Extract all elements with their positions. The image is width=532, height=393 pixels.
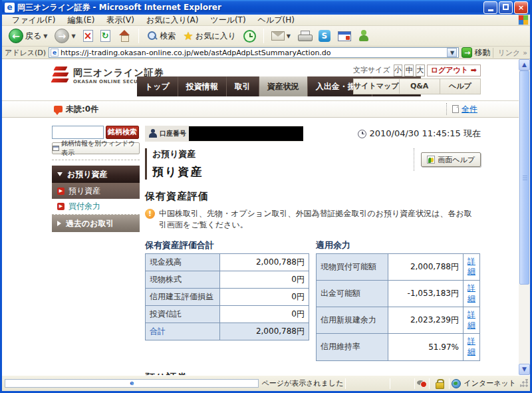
page-status-icon: e	[5, 379, 259, 388]
help-leaf-icon	[427, 156, 435, 164]
search-button[interactable]: 検索	[144, 29, 179, 43]
window-title: 岡三オンライン証券 - Microsoft Internet Explorer	[17, 2, 482, 13]
stock-info-window-button[interactable]: 銘柄情報を別ウィンドウ表示	[52, 142, 140, 154]
clock-icon	[358, 130, 366, 138]
screen-help-button[interactable]: 画面ヘルプ	[421, 152, 481, 167]
home-button[interactable]	[115, 29, 134, 43]
sidebar-item-deposit-assets[interactable]: ▶ 預り資産	[52, 183, 140, 199]
maximize-button[interactable]	[499, 1, 513, 14]
vertical-scrollbar[interactable]: ▲ ▼	[519, 59, 530, 375]
nav-asset-status[interactable]: 資産状況	[259, 76, 308, 96]
menu-favorites[interactable]: お気に入り(A)	[140, 15, 204, 25]
menu-tools[interactable]: ツール(T)	[204, 15, 251, 25]
unread-bar: 未読:0件 全件	[2, 100, 519, 118]
status-message: ページが表示されました	[261, 378, 343, 388]
font-size-large-button[interactable]: 大	[416, 65, 425, 76]
qa-link[interactable]: Q&A	[400, 79, 440, 94]
site-header: 岡三オンライン証券 OKASAN ONLINE SECURITIES トップ 投…	[52, 63, 481, 96]
scrollbar-thumb[interactable]	[519, 70, 529, 285]
resize-grip[interactable]	[520, 379, 529, 388]
all-items-link[interactable]: 全件	[462, 104, 477, 115]
skype-icon: S	[319, 30, 331, 42]
back-button[interactable]: ← 戻る ▼	[6, 27, 50, 45]
scroll-down-icon[interactable]: ▼	[519, 364, 530, 375]
sitemap-link[interactable]: サイトマップ	[354, 79, 400, 94]
edit-window-icon	[338, 31, 351, 41]
arrow-right-icon: ▶	[57, 203, 65, 210]
popup-blocked-icon	[417, 380, 427, 388]
document-icon	[452, 105, 459, 113]
mail-dropdown-icon[interactable]: ▼	[287, 33, 291, 39]
print-button[interactable]	[295, 29, 314, 43]
okasan-logo-icon	[52, 66, 69, 86]
messenger-button[interactable]	[356, 29, 372, 43]
nav-investment-info[interactable]: 投資情報	[178, 76, 227, 96]
forward-button[interactable]: → ▼	[52, 27, 78, 45]
margin-table: 現物買付可能額 2,000,788円 詳細 出金可能額 -1,053,183円 …	[316, 253, 480, 361]
back-dropdown-icon[interactable]: ▼	[43, 33, 47, 39]
refresh-button[interactable]	[98, 29, 113, 43]
address-dropdown-icon[interactable]: ▼	[447, 48, 457, 57]
close-button[interactable]: ×	[514, 1, 528, 14]
new-window-icon	[53, 146, 59, 151]
minimize-button[interactable]	[483, 1, 497, 14]
unread-count: 未読:0件	[66, 104, 98, 115]
menu-file[interactable]: ファイル(F)	[6, 15, 61, 25]
table-row: 信用建玉評価損益 0円	[146, 288, 309, 305]
detail-link[interactable]: 詳細	[467, 283, 475, 304]
font-size-small-button[interactable]: 小	[394, 65, 403, 76]
forward-dropdown-icon[interactable]: ▼	[71, 33, 75, 39]
title-bar: e 岡三オンライン証券 - Microsoft Internet Explore…	[2, 0, 530, 15]
row-label: 信用新規建余力	[317, 307, 388, 334]
row-label: 現物買付可能額	[317, 253, 388, 280]
favorites-button[interactable]: ★ お気に入り	[181, 29, 239, 43]
detail-link[interactable]: 詳細	[467, 310, 475, 330]
warning-icon: !	[145, 209, 155, 219]
edit-tool-button[interactable]	[335, 30, 354, 43]
skype-button[interactable]: S	[316, 29, 333, 43]
nav-trading[interactable]: 取引	[227, 76, 259, 96]
menu-bar: ファイル(F) 編集(E) 表示(V) お気に入り(A) ツール(T) ヘルプ(…	[2, 15, 530, 26]
menu-edit[interactable]: 編集(E)	[61, 15, 100, 25]
user-icon	[149, 129, 157, 138]
detail-link[interactable]: 詳細	[467, 336, 475, 357]
sidebar-header-past-trades[interactable]: 過去のお取引	[52, 215, 140, 232]
section-title-securities: 預り証券	[145, 372, 481, 375]
detail-link[interactable]: 詳細	[467, 257, 475, 277]
row-value: 51.97%	[388, 334, 464, 360]
message-bubble-icon	[54, 106, 63, 112]
go-button[interactable]: → 移動	[462, 47, 490, 59]
links-bar[interactable]: リンク »	[493, 48, 527, 58]
row-value: 2,000,788円	[388, 253, 464, 280]
address-input[interactable]: e https://j-trading.okasan-online.co.jp/…	[49, 47, 459, 58]
mail-button[interactable]: ▼	[269, 30, 293, 42]
sidebar-item-buying-power[interactable]: ▶ 買付余力	[52, 199, 140, 215]
history-button[interactable]	[241, 29, 259, 44]
ssl-lock-icon	[436, 379, 443, 388]
ie-icon: e	[5, 3, 15, 13]
chevron-icon[interactable]: »	[523, 49, 527, 57]
stock-search-input[interactable]	[52, 126, 104, 139]
stock-search-button[interactable]: 銘柄検索	[106, 126, 139, 139]
stop-button[interactable]	[80, 29, 96, 43]
nav-top[interactable]: トップ	[137, 76, 178, 96]
font-size-medium-button[interactable]: 中	[404, 65, 414, 76]
account-row: 口座番号 2010/04/30 11:45:15 現在	[145, 126, 481, 142]
account-number-redacted	[189, 126, 303, 141]
search-icon	[146, 30, 158, 42]
help-link[interactable]: ヘルプ	[440, 79, 480, 94]
table-row: 投資信託 0円	[146, 305, 309, 323]
page-viewport: 岡三オンライン証券 OKASAN ONLINE SECURITIES トップ 投…	[2, 59, 530, 375]
sidebar-header-assets[interactable]: お預り資産	[52, 166, 140, 183]
star-icon: ★	[184, 30, 194, 42]
logout-arrow-icon: ➡	[471, 66, 477, 74]
toolbar-separator	[263, 29, 264, 43]
zone-label: インターネット	[464, 378, 516, 388]
menu-help[interactable]: ヘルプ(H)	[252, 15, 301, 25]
logout-button[interactable]: ログアウト ➡	[427, 65, 481, 76]
scroll-up-icon[interactable]: ▲	[519, 59, 530, 70]
menu-view[interactable]: 表示(V)	[100, 15, 140, 25]
margin-table-title: 適用余力	[316, 239, 480, 251]
timestamp: 2010/04/30 11:45:15 現在	[369, 128, 481, 140]
notice-text: 中国株取引、先物・オプション取引、外国為替証拠金取引のお預り資産状況は、各お取引…	[159, 208, 472, 231]
